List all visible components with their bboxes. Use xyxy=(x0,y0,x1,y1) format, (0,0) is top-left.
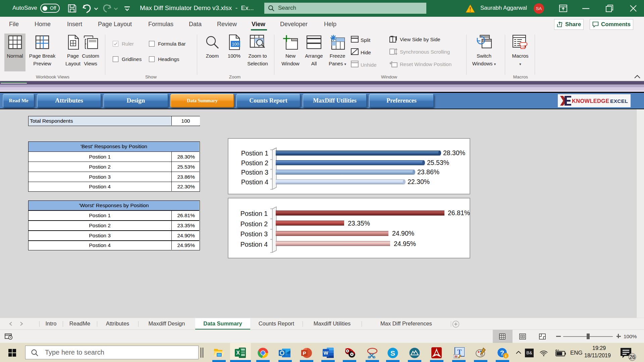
svg-text:i: i xyxy=(505,353,506,358)
svg-text:100: 100 xyxy=(232,42,239,47)
svg-text:S: S xyxy=(390,349,395,357)
svg-text:26: 26 xyxy=(629,354,635,360)
svg-text:X: X xyxy=(236,350,240,356)
svg-text:EXCEL: EXCEL xyxy=(610,98,628,104)
svg-text:P: P xyxy=(303,350,306,356)
svg-text:W: W xyxy=(323,350,328,356)
svg-text:KNOWLEDGE: KNOWLEDGE xyxy=(572,98,609,104)
